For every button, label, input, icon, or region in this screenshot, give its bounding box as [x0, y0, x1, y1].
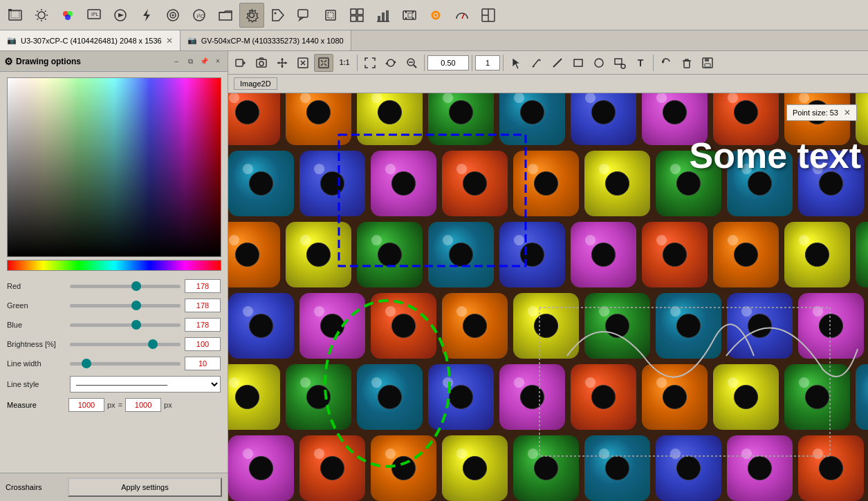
hue-slider[interactable] — [7, 260, 221, 271]
svg-line-72 — [553, 59, 562, 67]
monitor-tool[interactable]: IPL — [82, 3, 107, 28]
svg-rect-34 — [382, 12, 385, 21]
speech-tool[interactable] — [292, 3, 317, 28]
line-width-label: Line width — [7, 359, 66, 368]
brightness-tool[interactable] — [29, 3, 54, 28]
measure-input1[interactable] — [68, 398, 104, 412]
tab-bar: 📷 U3-307xCP-C (4104426481) 2048 x 1536 ✕… — [0, 30, 868, 51]
fit-img-btn[interactable] — [314, 54, 333, 72]
apply-settings-button[interactable]: Apply settings — [68, 478, 222, 497]
image-area: 1:1 — [228, 51, 868, 501]
beads-image-canvas — [228, 93, 868, 501]
target-tool[interactable] — [160, 3, 185, 28]
brightness-slider[interactable] — [70, 343, 181, 346]
tab-cam1[interactable]: 📷 U3-307xCP-C (4104426481) 2048 x 1536 ✕ — [0, 30, 181, 50]
bar-chart-tool[interactable] — [371, 3, 396, 28]
grid-tool[interactable] — [344, 3, 369, 28]
svg-marker-55 — [281, 58, 284, 60]
line-img-btn[interactable] — [548, 54, 567, 72]
line-style-row: Line style ———————————— – – – – – – · · … — [7, 376, 221, 393]
fullscreen-img-btn[interactable] — [360, 54, 380, 72]
color-tool[interactable] — [55, 3, 80, 28]
save-img-btn[interactable] — [698, 54, 717, 72]
tag-tool[interactable] — [266, 3, 290, 28]
svg-rect-42 — [408, 13, 412, 17]
tab-cam2-label: GV-504xCP-M (4103335273) 1440 x 1080 — [201, 37, 344, 45]
svg-rect-40 — [405, 17, 407, 19]
c2-tool[interactable]: I²C — [187, 3, 212, 28]
film-tool[interactable] — [397, 3, 422, 28]
measure-row: Measure px = px — [7, 398, 221, 412]
brightness-input[interactable] — [185, 337, 221, 351]
close-img-btn[interactable] — [293, 54, 313, 72]
red-slider-row: Red — [7, 279, 221, 293]
measure-label: Measure — [7, 401, 66, 409]
red-slider[interactable] — [70, 285, 181, 288]
svg-marker-64 — [385, 62, 387, 65]
green-slider-row: Green — [7, 299, 221, 312]
blue-slider[interactable] — [70, 323, 181, 327]
color-gradient-picker[interactable] — [7, 77, 221, 257]
screenshot-tool[interactable] — [3, 3, 28, 28]
svg-line-45 — [462, 14, 464, 19]
record-tool[interactable] — [108, 3, 133, 28]
zoom-value-input[interactable] — [427, 55, 469, 70]
tab-cam1-close[interactable]: ✕ — [166, 36, 173, 46]
red-input[interactable] — [185, 279, 221, 293]
speedometer-tool[interactable] — [450, 3, 474, 28]
snapshot-img-btn[interactable] — [252, 54, 271, 72]
svg-line-8 — [37, 10, 39, 12]
sync-img-btn[interactable] — [381, 54, 400, 72]
bottom-row: Crosshairs Apply settings — [0, 473, 228, 501]
page-input[interactable] — [475, 55, 500, 70]
green-slider[interactable] — [70, 304, 181, 308]
svg-rect-82 — [705, 58, 709, 62]
green-input[interactable] — [185, 299, 221, 312]
svg-marker-18 — [143, 9, 150, 21]
svg-rect-62 — [319, 58, 329, 68]
panel-close-btn[interactable]: × — [212, 56, 223, 67]
record-img-btn[interactable] — [231, 54, 250, 72]
cursor-img-btn[interactable] — [506, 54, 526, 72]
line-style-select[interactable]: ———————————— – – – – – – · · · · · · — [70, 376, 221, 393]
sliders-section: Red Green Blue — [0, 274, 228, 473]
image-label-bar: Image2D — [228, 75, 868, 93]
crop-tool[interactable] — [318, 3, 343, 28]
measure-input2[interactable] — [125, 398, 161, 412]
panel-pin-btn[interactable]: 📌 — [198, 56, 210, 67]
panel-header: ⚙ Drawing options – ⧉ 📌 × — [0, 51, 228, 72]
undo-img-btn[interactable] — [656, 54, 676, 72]
line-width-slider[interactable] — [70, 362, 181, 366]
text-img-btn[interactable]: T — [631, 54, 650, 72]
panel-float-btn[interactable]: ⧉ — [185, 56, 196, 67]
rect-img-btn[interactable] — [569, 54, 588, 72]
blue-input[interactable] — [185, 318, 221, 332]
settings-tool[interactable] — [239, 3, 264, 28]
line-width-input[interactable] — [185, 357, 221, 370]
delete-img-btn[interactable] — [677, 54, 696, 72]
svg-rect-37 — [403, 11, 416, 19]
tab-cam2[interactable]: 📷 GV-504xCP-M (4103335273) 1440 x 1080 — [181, 30, 351, 50]
move-img-btn[interactable] — [273, 54, 292, 72]
layout-tool[interactable] — [476, 3, 501, 28]
svg-point-25 — [275, 12, 277, 14]
svg-rect-26 — [298, 10, 308, 17]
svg-point-52 — [259, 62, 264, 66]
flash-tool[interactable] — [134, 3, 159, 28]
zoom-out-img-btn[interactable] — [402, 54, 421, 72]
canvas-area[interactable]: Point size: 53 ✕ Some text — [228, 93, 868, 501]
ratio-img-btn[interactable]: 1:1 — [335, 54, 354, 72]
measure-unit1: px — [107, 401, 116, 409]
svg-rect-79 — [684, 61, 690, 68]
folder-tool[interactable] — [213, 3, 238, 28]
circle-img-btn[interactable] — [589, 54, 609, 72]
gear2-tool[interactable] — [423, 3, 448, 28]
zoom-rect-img-btn[interactable] — [610, 54, 629, 72]
blue-slider-row: Blue — [7, 318, 221, 332]
panel-collapse-btn[interactable]: – — [171, 56, 182, 67]
toolbar-separator-4 — [503, 55, 504, 71]
pen-img-btn[interactable] — [527, 54, 546, 72]
svg-point-74 — [595, 59, 603, 67]
image-toolbar: 1:1 — [228, 51, 868, 75]
point-size-close-btn[interactable]: ✕ — [844, 108, 851, 117]
